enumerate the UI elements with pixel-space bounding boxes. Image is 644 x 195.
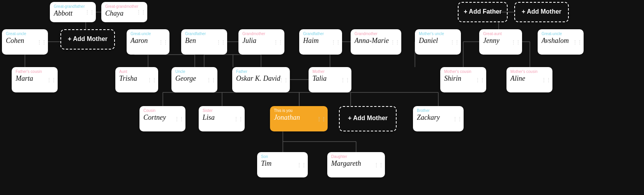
role-mother: Mother <box>312 69 348 74</box>
role-great_aunt: Great-aunt <box>483 32 518 36</box>
node-grandmother_2: GrandmotherAnna-Marie⋮⋮ <box>351 29 401 55</box>
node-brother: BrotherZackary⋮⋮ <box>413 106 464 131</box>
role-fathers_cousin: Father's cousin <box>16 69 54 74</box>
drag-handle-grandmother_1[interactable]: ⋮⋮ <box>273 39 283 45</box>
drag-handle-great_uncle_3[interactable]: ⋮⋮ <box>573 39 582 45</box>
node-son: SonTim⋮⋮ <box>257 152 308 177</box>
drag-handle-fathers_cousin[interactable]: ⋮⋮ <box>47 77 56 83</box>
role-cousin: Cousin <box>143 108 182 113</box>
drag-handle-great_grandfather[interactable]: ⋮⋮ <box>85 9 94 15</box>
drag-handle-father[interactable]: ⋮⋮ <box>279 77 288 83</box>
node-great_uncle_1: Great-uncleCohen⋮⋮ <box>2 29 48 55</box>
name-daughter: Margareth <box>331 160 381 168</box>
node-great_aunt: Great-auntJenny⋮⋮ <box>479 29 522 55</box>
drag-handle-great_uncle_1[interactable]: ⋮⋮ <box>37 39 46 45</box>
node-uncle: UncleGeorge⋮⋮ <box>171 67 217 92</box>
node-mother: MotherTalia⋮⋮ <box>309 67 351 92</box>
role-uncle: Uncle <box>175 69 213 74</box>
drag-handle-grandfather_2[interactable]: ⋮⋮ <box>331 39 341 45</box>
role-daughter: Daughter <box>331 154 381 159</box>
node-add_mother_mid[interactable]: + Add Mother <box>339 106 397 131</box>
add-label-add_mother_top_left: + Add Mother <box>68 35 108 43</box>
drag-handle-grandmother_2[interactable]: ⋮⋮ <box>390 39 400 45</box>
drag-handle-cousin[interactable]: ⋮⋮ <box>175 116 184 122</box>
node-grandmother_1: GrandmotherJulia⋮⋮ <box>238 29 284 55</box>
drag-handle-aunt[interactable]: ⋮⋮ <box>147 77 157 83</box>
drag-handle-mothers_cousin_2[interactable]: ⋮⋮ <box>542 77 551 83</box>
role-great_uncle_1: Great-uncle <box>6 32 44 36</box>
drag-handle-uncle[interactable]: ⋮⋮ <box>206 77 216 83</box>
family-tree: Great-grandfatherAbbott⋮⋮Great-grandmoth… <box>0 0 644 195</box>
name-father: Oskar K. David <box>236 74 286 83</box>
drag-handle-you[interactable]: ⋮⋮ <box>317 116 326 122</box>
drag-handle-great_uncle_2[interactable]: ⋮⋮ <box>159 39 168 45</box>
role-sister: Sister <box>203 108 241 113</box>
name-you: Jonathan <box>274 113 324 122</box>
role-great_grandmother: Great-grandmother <box>105 4 143 9</box>
drag-handle-mother[interactable]: ⋮⋮ <box>341 77 350 83</box>
add-label-add_mother_mid: + Add Mother <box>348 114 388 122</box>
role-grandfather_1: Grandfather <box>185 32 223 36</box>
drag-handle-son[interactable]: ⋮⋮ <box>297 162 306 168</box>
drag-handle-mothers_cousin_1[interactable]: ⋮⋮ <box>475 77 485 83</box>
node-aunt: AuntTrisha⋮⋮ <box>115 67 158 92</box>
node-add_mother_top_right[interactable]: + Add Mother <box>514 2 569 22</box>
node-you[interactable]: This is youJonathan⋮⋮ <box>270 106 328 131</box>
drag-handle-daughter[interactable]: ⋮⋮ <box>374 162 383 168</box>
role-aunt: Aunt <box>119 69 154 74</box>
role-great_uncle_3: Great-uncle <box>542 32 580 36</box>
role-son: Son <box>261 154 304 159</box>
drag-handle-great_aunt[interactable]: ⋮⋮ <box>511 39 520 45</box>
node-daughter: DaughterMargareth⋮⋮ <box>327 152 385 177</box>
node-sister: SisterLisa⋮⋮ <box>199 106 245 131</box>
role-mothers_cousin_2: Mother's cousin <box>510 69 549 74</box>
drag-handle-brother[interactable]: ⋮⋮ <box>453 116 462 122</box>
role-great_uncle_2: Great-uncle <box>131 32 166 36</box>
node-great_uncle_3: Great-uncleAvshalom⋮⋮ <box>538 29 584 55</box>
node-add_father_top_right[interactable]: + Add Father <box>458 2 508 22</box>
add-label-add_father_top_right: + Add Father <box>464 8 502 16</box>
node-cousin: CousinCortney⋮⋮ <box>139 106 185 131</box>
node-father: FatherOskar K. David⋮⋮ <box>232 67 290 92</box>
node-mothers_cousin_2: Mother's cousinAline⋮⋮ <box>506 67 552 92</box>
node-mothers_cousin_1: Mother's cousinShirin⋮⋮ <box>440 67 486 92</box>
drag-handle-grandfather_1[interactable]: ⋮⋮ <box>216 39 226 45</box>
role-grandmother_2: Grandmother <box>355 32 397 36</box>
add-label-add_mother_top_right: + Add Mother <box>522 8 561 16</box>
node-great_grandfather: Great-grandfatherAbbott⋮⋮ <box>50 2 96 22</box>
node-add_mother_top_left[interactable]: + Add Mother <box>60 29 115 50</box>
node-great_uncle_2: Great-uncleAaron⋮⋮ <box>127 29 169 55</box>
node-fathers_cousin: Father's cousinMarta⋮⋮ <box>12 67 58 92</box>
drag-handle-great_grandmother[interactable]: ⋮⋮ <box>136 9 146 15</box>
role-grandfather_2: Grandfather <box>303 32 338 36</box>
role-brother: Brother <box>417 108 460 113</box>
node-great_grandmother: Great-grandmotherChaya⋮⋮ <box>101 2 147 22</box>
node-grandfather_2: GrandfatherHaim⋮⋮ <box>299 29 342 55</box>
drag-handle-mothers_uncle[interactable]: ⋮⋮ <box>450 39 459 45</box>
node-mothers_uncle: Mother's uncleDaniel⋮⋮ <box>415 29 461 55</box>
node-grandfather_1: GrandfatherBen⋮⋮ <box>181 29 227 55</box>
role-you: This is you <box>274 108 324 113</box>
role-mothers_uncle: Mother's uncle <box>419 32 457 36</box>
drag-handle-sister[interactable]: ⋮⋮ <box>234 116 243 122</box>
role-grandmother_1: Grandmother <box>242 32 281 36</box>
role-mothers_cousin_1: Mother's cousin <box>444 69 482 74</box>
role-father: Father <box>236 69 286 74</box>
role-great_grandfather: Great-grandfather <box>54 4 92 9</box>
